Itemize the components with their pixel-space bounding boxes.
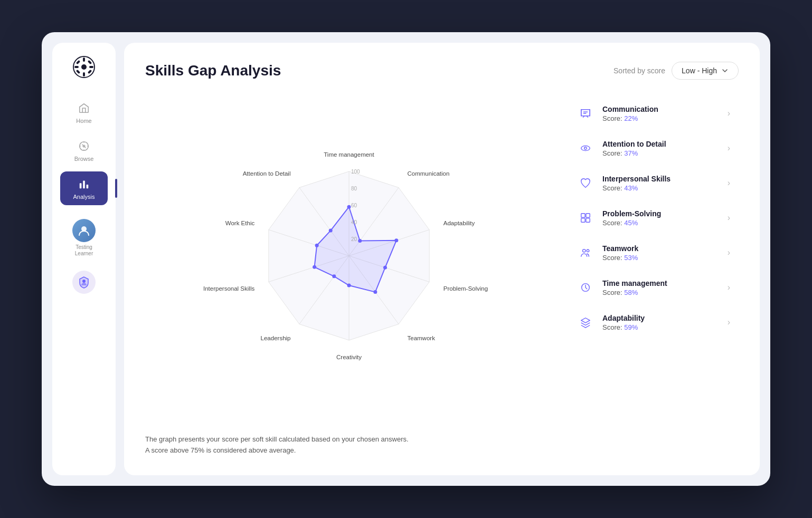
skill-score-value: 58%: [624, 289, 638, 296]
skill-name: Attention to Detail: [602, 140, 720, 148]
svg-text:Communication: Communication: [408, 170, 450, 177]
skill-info: Interpersonal Skills Score: 43%: [602, 175, 720, 192]
sidebar-item-home[interactable]: Home: [60, 95, 108, 129]
svg-point-22: [82, 280, 86, 283]
radar-section: Time managementCommunicationAdaptability…: [145, 97, 553, 456]
skill-icon-heart: [576, 174, 595, 193]
active-indicator: [115, 179, 117, 198]
svg-point-47: [315, 244, 319, 247]
radar-container: Time managementCommunicationAdaptability…: [145, 97, 553, 426]
page-header: Skills Gap Analysis Sorted by score Low …: [145, 62, 739, 80]
skill-score: Score: 58%: [602, 289, 720, 296]
sidebar-browse-label: Browse: [74, 156, 94, 162]
skill-item[interactable]: Attention to Detail Score: 37% ›: [570, 131, 737, 165]
app-logo: [72, 55, 96, 81]
skill-name: Time management: [602, 279, 720, 287]
svg-rect-7: [88, 60, 92, 64]
skill-name: Adaptability: [602, 314, 720, 322]
svg-text:Time management: Time management: [324, 151, 374, 158]
skill-item[interactable]: Interpersonal Skills Score: 43% ›: [570, 166, 737, 200]
sort-dropdown[interactable]: Low - High: [672, 62, 739, 80]
sidebar-item-testing-learner[interactable]: TestingLearner: [60, 214, 108, 262]
description-text: The graph presents your score per soft s…: [145, 434, 409, 456]
sort-value: Low - High: [682, 66, 717, 75]
skill-score-value: 53%: [624, 254, 638, 262]
svg-text:Work Ethic: Work Ethic: [225, 220, 255, 226]
chevron-down-icon: [721, 67, 729, 74]
skill-item[interactable]: Teamwork Score: 53% ›: [570, 236, 737, 270]
svg-point-44: [347, 284, 351, 287]
svg-rect-9: [88, 70, 92, 74]
skill-score: Score: 45%: [602, 219, 720, 227]
skill-name: Interpersonal Skills: [602, 175, 720, 183]
sidebar-item-analysis[interactable]: Analysis: [60, 171, 108, 205]
sidebar-item-browse[interactable]: Browse: [60, 133, 108, 167]
bar-chart-icon: [77, 177, 91, 191]
sort-label: Sorted by score: [613, 66, 665, 75]
chevron-right-icon: ›: [728, 318, 730, 327]
skill-icon-layers: [576, 313, 595, 332]
svg-text:Leadership: Leadership: [261, 335, 291, 341]
skill-icon-puzzle: [576, 208, 595, 227]
skill-info: Problem-Solving Score: 45%: [602, 209, 720, 227]
svg-point-42: [383, 266, 387, 270]
svg-rect-18: [80, 183, 82, 188]
svg-text:20: 20: [351, 236, 357, 242]
home-icon: [77, 101, 91, 116]
skill-item[interactable]: Problem-Solving Score: 45% ›: [570, 201, 737, 235]
skill-score-value: 59%: [624, 323, 638, 331]
skill-info: Time management Score: 58%: [602, 279, 720, 296]
skill-name: Communication: [602, 105, 720, 113]
svg-text:40: 40: [351, 219, 357, 225]
svg-rect-19: [83, 181, 85, 189]
svg-text:100: 100: [351, 169, 360, 175]
skill-score-value: 43%: [624, 184, 638, 192]
svg-point-1: [81, 64, 87, 70]
svg-point-71: [587, 250, 589, 252]
svg-text:Interpersonal Skills: Interpersonal Skills: [203, 285, 254, 292]
sidebar-learner-label: TestingLearner: [75, 244, 93, 257]
skill-score: Score: 53%: [602, 254, 720, 262]
svg-text:Teamwork: Teamwork: [408, 335, 436, 341]
svg-point-39: [347, 205, 351, 209]
skill-score-value: 22%: [624, 114, 638, 122]
page-title: Skills Gap Analysis: [145, 62, 281, 79]
skill-icon-clock: [576, 278, 595, 297]
skill-icon-eye: [576, 139, 595, 158]
main-content: Skills Gap Analysis Sorted by score Low …: [124, 43, 760, 475]
skill-info: Teamwork Score: 53%: [602, 244, 720, 262]
svg-rect-2: [83, 57, 85, 62]
svg-text:Attention to Detail: Attention to Detail: [243, 170, 291, 177]
skill-item[interactable]: Adaptability Score: 59% ›: [570, 305, 737, 339]
svg-rect-6: [76, 60, 80, 64]
svg-text:Creativity: Creativity: [336, 354, 362, 360]
chevron-right-icon: ›: [728, 178, 730, 188]
svg-point-64: [581, 146, 590, 150]
svg-text:Adaptability: Adaptability: [443, 220, 475, 226]
skill-item[interactable]: Communication Score: 22% ›: [570, 97, 737, 130]
skill-name: Teamwork: [602, 244, 720, 253]
chevron-right-icon: ›: [728, 109, 730, 118]
skills-list: Communication Score: 22% › Attention to …: [570, 97, 739, 371]
svg-rect-68: [581, 218, 585, 222]
sidebar-analysis-label: Analysis: [73, 194, 95, 200]
skill-score: Score: 22%: [602, 114, 720, 122]
svg-rect-67: [586, 214, 590, 217]
chevron-right-icon: ›: [728, 283, 730, 292]
chevron-right-icon: ›: [728, 143, 730, 153]
skill-info: Adaptability Score: 59%: [602, 314, 720, 331]
sidebar: Home Browse: [52, 43, 116, 475]
svg-point-43: [373, 290, 377, 294]
svg-rect-5: [89, 66, 93, 68]
svg-rect-4: [74, 66, 79, 68]
sidebar-home-label: Home: [76, 118, 91, 124]
compass-icon: [77, 139, 91, 154]
sidebar-shield-avatar[interactable]: [72, 271, 96, 294]
svg-point-40: [358, 239, 362, 243]
svg-text:Problem-Solving: Problem-Solving: [443, 285, 488, 292]
skill-item[interactable]: Time management Score: 58% ›: [570, 271, 737, 304]
svg-rect-3: [83, 72, 85, 76]
content-area: Time managementCommunicationAdaptability…: [145, 97, 739, 456]
svg-rect-20: [87, 185, 89, 188]
chevron-right-icon: ›: [728, 248, 730, 257]
